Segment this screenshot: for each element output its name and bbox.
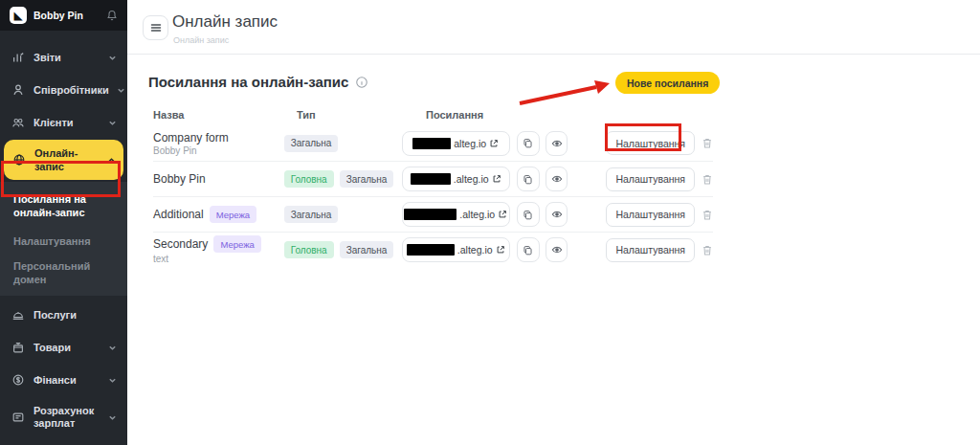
preview-link-button[interactable] [546, 237, 568, 262]
preview-link-button[interactable] [546, 131, 568, 156]
column-header-name: Назва [153, 109, 297, 121]
section-title: Посилання на онлайн-запис [148, 74, 348, 90]
table-row: Company form Bobby Pin Загальна alteg.io [153, 125, 713, 161]
menu-toggle-button[interactable] [143, 15, 168, 40]
main-area: Онлайн запис Онлайн запис Посилання на о… [127, 0, 980, 445]
sidebar-item-services[interactable]: Послуги [0, 300, 127, 330]
workspace-switcher[interactable]: ◣ Bobby Pin [0, 0, 127, 31]
sidebar-item-label: Розрахунок зарплат [33, 405, 100, 430]
sidebar-item-notifications[interactable]: Сповіщення [0, 439, 127, 445]
booking-link[interactable]: .alteg.io [402, 202, 510, 227]
eye-icon [551, 209, 563, 220]
package-icon [11, 340, 26, 355]
preview-link-button[interactable] [546, 167, 568, 191]
link-domain: .alteg.io [457, 244, 493, 256]
redaction-mark [412, 138, 451, 149]
links-table: Назва Тип Посилання Company form Bobby P… [153, 104, 713, 267]
info-icon[interactable] [355, 76, 368, 89]
sidebar-item-label: Фінанси [33, 373, 77, 387]
type-badge: Загальна [284, 206, 339, 223]
network-badge: Мережа [213, 235, 260, 253]
external-link-icon [498, 210, 507, 219]
sidebar-item-label: Звіти [33, 51, 61, 64]
submenu-item-booking-links[interactable]: Посилання на онлайн-запис [0, 185, 127, 229]
sidebar-item-label: Клієнти [33, 116, 74, 129]
page-header: Онлайн запис Онлайн запис [127, 0, 980, 55]
table-row: Bobby Pin Головна Загальна .alteg.io [153, 161, 713, 196]
settings-button[interactable]: Налаштування [606, 167, 695, 191]
sidebar-item-label: Онлайн-запис [34, 146, 100, 173]
eye-icon [551, 173, 563, 185]
copy-link-button[interactable] [517, 202, 540, 227]
link-domain: .alteg.io [459, 209, 495, 220]
link-name: Bobby Pin [153, 172, 284, 186]
link-domain: .alteg.io [454, 173, 489, 185]
copy-link-button[interactable] [517, 237, 540, 262]
external-link-icon [492, 174, 501, 184]
type-badge: Загальна [340, 241, 394, 258]
globe-icon [11, 152, 27, 167]
breadcrumb: Онлайн запис [173, 35, 229, 45]
network-badge: Мережа [210, 206, 256, 223]
redaction-mark [407, 244, 455, 256]
sidebar-item-label: Товари [33, 341, 71, 354]
dollar-circle-icon [11, 372, 26, 388]
copy-icon [523, 210, 533, 220]
online-booking-submenu: Посилання на онлайн-запис Налаштування П… [0, 182, 127, 296]
link-name: Company form [153, 131, 284, 145]
link-name: Secondary [153, 237, 208, 251]
preview-link-button[interactable] [546, 202, 568, 227]
settings-button[interactable]: Налаштування [606, 238, 695, 262]
delete-icon[interactable] [702, 137, 713, 149]
type-badge: Головна [284, 170, 334, 188]
booking-link[interactable]: alteg.io [402, 131, 510, 156]
section-title-row: Посилання на онлайн-запис [148, 74, 368, 90]
submenu-item-personal-domain[interactable]: Персональний домен [0, 254, 127, 293]
chevron-down-icon [108, 54, 117, 62]
sidebar-item-clients[interactable]: Клієнти [0, 107, 127, 138]
sidebar-item-online-booking[interactable]: Онлайн-запис [4, 140, 123, 180]
copy-icon [523, 174, 533, 185]
eye-icon [551, 138, 563, 149]
page-title: Онлайн запис [172, 12, 278, 32]
sidebar-item-goods[interactable]: Товари [0, 332, 127, 363]
external-link-icon [496, 245, 505, 255]
delete-icon[interactable] [702, 244, 713, 256]
external-link-icon [489, 139, 499, 148]
cloche-icon [11, 307, 26, 323]
delete-icon[interactable] [702, 173, 713, 186]
sidebar-item-payroll[interactable]: Розрахунок зарплат [0, 397, 127, 437]
settings-button[interactable]: Налаштування [606, 131, 695, 155]
column-header-link: Посилання [426, 109, 541, 121]
chevron-down-icon [117, 86, 125, 95]
copy-link-button[interactable] [517, 131, 540, 156]
sidebar-item-reports[interactable]: Звіти [0, 42, 127, 73]
type-badge: Загальна [340, 170, 394, 188]
link-name: Additional [153, 208, 204, 221]
sidebar: ◣ Bobby Pin Звіти Співробітники [0, 0, 127, 445]
link-subtitle: Bobby Pin [153, 145, 284, 156]
chevron-down-icon [108, 119, 117, 127]
new-link-button[interactable]: Нове посилання [615, 72, 720, 94]
payroll-card-icon [11, 410, 26, 425]
app-window: ◣ Bobby Pin Звіти Співробітники [0, 0, 980, 445]
sidebar-item-finances[interactable]: Фінанси [0, 365, 127, 395]
table-header-row: Назва Тип Посилання [153, 104, 713, 125]
eye-icon [551, 244, 563, 256]
chevron-down-icon [108, 344, 117, 352]
copy-icon [523, 245, 533, 256]
sidebar-item-employees[interactable]: Співробітники [0, 75, 127, 105]
settings-button[interactable]: Налаштування [606, 203, 695, 227]
sidebar-item-label: Послуги [33, 308, 77, 322]
chevron-down-icon [108, 413, 117, 422]
link-subtitle: text [153, 254, 284, 264]
booking-link[interactable]: .alteg.io [402, 237, 510, 262]
brand-logo: ◣ [10, 7, 27, 24]
notifications-bell-icon[interactable] [106, 10, 118, 21]
delete-icon[interactable] [702, 209, 713, 221]
table-row: Secondary Мережа text Головна Загальна .… [153, 232, 713, 267]
copy-link-button[interactable] [517, 167, 540, 191]
content: Посилання на онлайн-запис Нове посилання… [127, 55, 980, 445]
booking-link[interactable]: .alteg.io [402, 167, 510, 191]
submenu-item-settings[interactable]: Налаштування [0, 229, 127, 254]
